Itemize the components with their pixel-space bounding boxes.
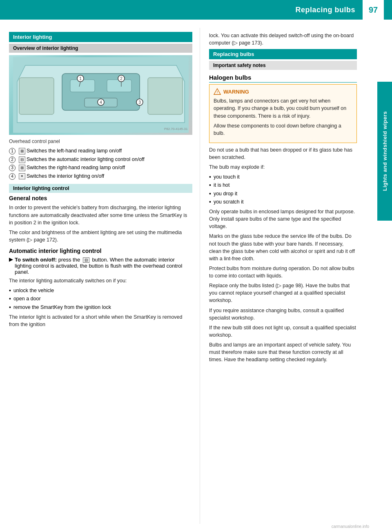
svg-text:P82.70-4145-31: P82.70-4145-31 [164, 127, 188, 131]
item-num-2: 2 [9, 156, 16, 163]
items-list: 1 ⊞ Switches the left-hand reading lamp … [9, 148, 192, 180]
auto-bullets-list: • unlock the vehicle • open a door • rem… [9, 287, 192, 311]
right-p-cont: lock. You can activate this delayed swit… [209, 32, 357, 47]
item-2-text: Switches the automatic interior lighting… [27, 156, 145, 163]
item-3-icon: ⊞ [18, 164, 27, 172]
bullet-text: open a door [13, 295, 41, 302]
p-protect: Protect bulbs from moisture during opera… [209, 265, 357, 279]
item-2-icon: ⊟ [18, 156, 27, 163]
bullet-text: you scratch it [214, 198, 244, 206]
bullet-dot: • [209, 198, 211, 206]
item-4-icon: ✕ [18, 173, 27, 180]
item-4-text: Switches the interior lighting on/off [27, 173, 104, 180]
arrow-symbol: ▶ [9, 257, 13, 262]
auto-control-title: Automatic interior lighting control [9, 248, 192, 254]
svg-rect-2 [70, 80, 95, 92]
item-num-3: 3 [9, 165, 16, 171]
interior-lighting-header: Interior lighting [9, 32, 192, 42]
warning-title: ! WARNING [214, 88, 352, 95]
general-notes-title: General notes [9, 195, 192, 201]
bullet-text: it is hot [214, 181, 230, 189]
watermark: carmanualonline.info [332, 524, 369, 529]
warning-p1: Bulbs, lamps and connectors can get very… [214, 97, 352, 119]
bullet-item: • you drop it [209, 190, 357, 197]
auto-switches-intro: The interior lighting automatically swit… [9, 277, 192, 284]
side-tab: Lights and windshield wipers [377, 82, 392, 221]
bullet-text: unlock the vehicle [13, 287, 54, 294]
item-1-icon: ⊞ [18, 148, 27, 155]
content-wrapper: Interior lighting Overview of interior l… [0, 20, 392, 532]
p-operate: Only operate bulbs in enclosed lamps des… [209, 208, 357, 230]
svg-text:4: 4 [100, 100, 102, 105]
bullet-item: • it is hot [209, 181, 357, 189]
bullet-dot: • [209, 190, 211, 197]
svg-rect-16 [148, 78, 183, 114]
bullet-item: • remove the SmartKey from the ignition … [9, 304, 192, 311]
list-item: 3 ⊞ Switches the right-hand reading lamp… [9, 164, 192, 172]
bullet-text: you touch it [214, 173, 240, 181]
side-tab-label: Lights and windshield wipers [382, 111, 388, 191]
general-notes-p2: The color and brightness of the ambient … [9, 229, 192, 244]
header-title: Replacing bulbs [295, 6, 355, 14]
warning-label: WARNING [223, 89, 249, 95]
bullet-text: remove the SmartKey from the ignition lo… [13, 304, 111, 311]
item-1-text: Switches the left-hand reading lamp on/o… [27, 148, 122, 155]
bullet-text: you drop it [214, 190, 237, 197]
svg-text:1: 1 [79, 76, 82, 81]
auto-p3: The interior light is activated for a sh… [9, 313, 192, 328]
p-replace: Replace only the bulbs listed (▷ page 98… [209, 282, 357, 304]
page-number: 97 [363, 0, 384, 20]
car-interior-svg: 1 2 3 4 P82.70-4145-31 [13, 57, 189, 133]
bullet-item: • unlock the vehicle [9, 287, 192, 294]
p-marks: Marks on the glass tube reduce the servi… [209, 232, 357, 262]
p-newbulb: If the new bulb still does not light up,… [209, 324, 357, 339]
general-notes-p1: In order to prevent the vehicle's batter… [9, 204, 192, 226]
auto-control-instruction: ▶ To switch on/off: press the ⊟ button. … [9, 257, 192, 275]
auto-control-content: To switch on/off: press the ⊟ button. Wh… [15, 257, 192, 275]
bullet-dot: • [9, 295, 11, 302]
list-item: 2 ⊟ Switches the automatic interior ligh… [9, 156, 192, 163]
svg-rect-3 [107, 80, 131, 92]
auto-control-text1: press the [58, 257, 80, 263]
halogen-bulbs-title: Halogen bulbs [209, 74, 357, 83]
list-item: 1 ⊞ Switches the left-hand reading lamp … [9, 148, 192, 155]
bullet-dot: • [209, 173, 211, 181]
item-num-1: 1 [9, 148, 16, 154]
auto-control-bold: To switch on/off: [15, 257, 57, 263]
p-important: Bulbs and lamps are an important aspect … [209, 341, 357, 363]
svg-text:!: ! [217, 91, 218, 94]
bullet-dot: • [209, 181, 211, 189]
interior-lighting-control-header: Interior lighting control [9, 184, 192, 193]
interior-image: 1 2 3 4 P82.70-4145-31 [9, 55, 192, 135]
important-safety-header: Important safety notes [209, 61, 357, 70]
svg-text:3: 3 [138, 100, 141, 105]
p-require: If you require assistance changing bulbs… [209, 307, 357, 322]
bullet-item: • you scratch it [209, 198, 357, 206]
p-explode-intro: The bulb may explode if: [209, 163, 357, 171]
auto-control-icon: ⊟ [83, 257, 89, 263]
bullet-item: • open a door [9, 295, 192, 302]
warning-triangle-icon: ! [214, 88, 221, 95]
right-column: lock. You can activate this delayed swit… [200, 28, 377, 524]
warning-p2: Allow these components to cool down befo… [214, 122, 352, 137]
warning-box: ! WARNING Bulbs, lamps and connectors ca… [209, 84, 357, 143]
bullet-item: • you touch it [209, 173, 357, 181]
replacing-bulbs-header: Replacing bulbs [209, 49, 357, 59]
overview-header: Overview of interior lighting [9, 44, 192, 53]
svg-text:2: 2 [120, 76, 122, 81]
bullet-dot: • [9, 304, 11, 311]
list-item: 4 ✕ Switches the interior lighting on/of… [9, 173, 192, 180]
left-column: Interior lighting Overview of interior l… [0, 28, 200, 524]
bullet-dot: • [9, 287, 11, 294]
item-num-4: 4 [9, 173, 16, 180]
p-dropped: Do not use a bulb that has been dropped … [209, 146, 357, 161]
header-bar: Replacing bulbs 97 [0, 0, 392, 20]
svg-rect-15 [19, 78, 54, 114]
item-3-text: Switches the right-hand reading lamp on/… [27, 164, 125, 172]
explode-bullets-list: • you touch it • it is hot • you drop it… [209, 173, 357, 206]
image-caption: Overhead control panel [9, 138, 192, 145]
